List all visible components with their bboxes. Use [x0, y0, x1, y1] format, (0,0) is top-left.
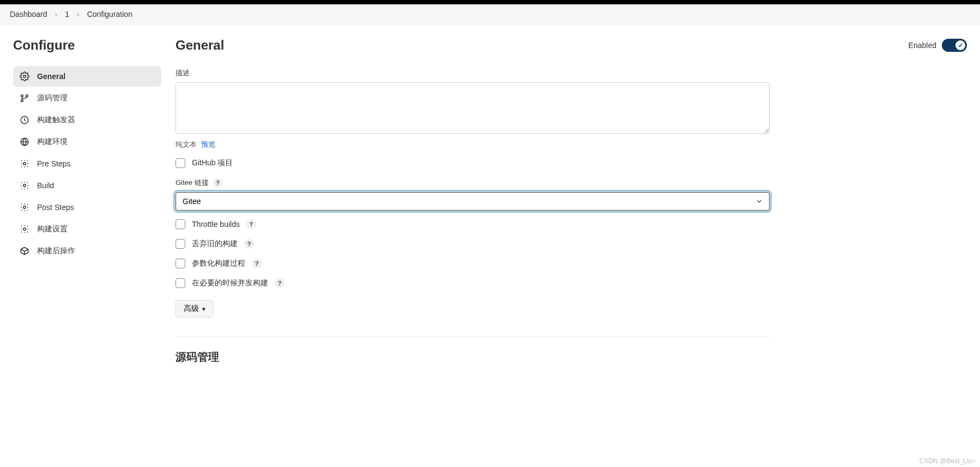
page-title: General: [176, 38, 224, 53]
sidebar-item-pre-steps[interactable]: Pre Steps: [13, 153, 161, 174]
gear-icon: [20, 202, 29, 212]
sidebar-nav: General 源码管理 构建触发器 构建环境: [13, 66, 161, 261]
sidebar-item-label: 构建后操作: [37, 246, 75, 256]
concurrent-label[interactable]: 在必要的时候并发构建: [192, 278, 268, 288]
chevron-right-icon: ›: [55, 10, 58, 19]
section-divider: [176, 336, 770, 337]
throttle-row: Throttle builds ?: [176, 219, 967, 229]
discard-checkbox[interactable]: [176, 239, 185, 249]
description-format-row: 纯文本 预览: [176, 140, 967, 149]
breadcrumb: Dashboard › 1 › Configuration: [0, 4, 980, 25]
sidebar-item-build-settings[interactable]: 构建设置: [13, 219, 161, 240]
sidebar-item-post-build[interactable]: 构建后操作: [13, 241, 161, 261]
svg-point-9: [23, 228, 26, 231]
check-icon: ✓: [955, 40, 965, 50]
gitee-label: Gitee 链接: [176, 178, 209, 188]
svg-point-8: [23, 206, 26, 209]
gitee-group: Gitee 链接 ? Gitee: [176, 178, 967, 211]
github-project-label[interactable]: GitHub 项目: [192, 158, 233, 168]
sidebar-item-triggers[interactable]: 构建触发器: [13, 110, 161, 130]
gear-icon: [20, 181, 29, 190]
clock-icon: [20, 115, 29, 125]
sidebar-item-label: 源码管理: [37, 93, 68, 103]
format-plain-text: 纯文本: [176, 140, 197, 149]
sidebar-item-label: General: [37, 72, 65, 81]
sidebar-item-environment[interactable]: 构建环境: [13, 131, 161, 152]
gitee-label-row: Gitee 链接 ?: [176, 178, 967, 188]
enabled-toggle[interactable]: ✓: [942, 39, 967, 52]
sidebar-item-build[interactable]: Build: [13, 175, 161, 196]
discard-row: 丢弃旧的构建 ?: [176, 239, 967, 249]
svg-point-0: [23, 75, 26, 78]
param-checkbox[interactable]: [176, 259, 185, 268]
window-topbar: [0, 0, 980, 4]
sidebar-title: Configure: [13, 38, 161, 53]
sidebar-item-label: Pre Steps: [37, 159, 70, 168]
param-row: 参数化构建过程 ?: [176, 259, 967, 268]
sidebar-item-label: 构建触发器: [37, 115, 75, 125]
help-icon[interactable]: ?: [252, 259, 262, 268]
github-project-row: GitHub 项目: [176, 158, 967, 168]
param-label[interactable]: 参数化构建过程: [192, 259, 245, 268]
help-icon[interactable]: ?: [244, 239, 254, 249]
help-icon[interactable]: ?: [246, 219, 256, 229]
breadcrumb-item-job[interactable]: 1: [65, 10, 69, 19]
box-icon: [20, 246, 29, 256]
throttle-label[interactable]: Throttle builds: [192, 220, 240, 229]
github-project-checkbox[interactable]: [176, 158, 185, 168]
svg-point-1: [21, 95, 23, 97]
help-icon[interactable]: ?: [275, 278, 285, 288]
breadcrumb-item-dashboard[interactable]: Dashboard: [10, 10, 47, 19]
scm-section-title: 源码管理: [176, 350, 967, 364]
format-preview-link[interactable]: 预览: [201, 140, 215, 149]
advanced-label: 高级: [184, 304, 199, 314]
chevron-down-icon: ▾: [202, 306, 205, 313]
sidebar-item-label: 构建环境: [37, 137, 68, 147]
chevron-right-icon: ›: [77, 10, 80, 19]
description-textarea[interactable]: [176, 82, 770, 134]
sidebar: Configure General 源码管理 构建触发器: [0, 25, 169, 385]
sidebar-item-label: Post Steps: [37, 203, 74, 212]
globe-icon: [20, 137, 29, 147]
svg-point-2: [21, 100, 23, 102]
throttle-checkbox[interactable]: [176, 219, 185, 229]
gitee-select-wrap: Gitee: [176, 192, 770, 211]
gitee-select[interactable]: Gitee: [176, 192, 770, 211]
svg-point-7: [23, 184, 26, 187]
description-group: 描述 纯文本 预览: [176, 68, 967, 149]
sidebar-item-label: 构建设置: [37, 224, 68, 234]
gear-icon: [20, 224, 29, 234]
sidebar-item-scm[interactable]: 源码管理: [13, 88, 161, 109]
enabled-label: Enabled: [909, 41, 936, 50]
description-label: 描述: [176, 68, 967, 78]
gear-icon: [20, 71, 29, 81]
main-header: General Enabled ✓: [176, 38, 967, 53]
sidebar-item-general[interactable]: General: [13, 66, 161, 87]
sidebar-item-post-steps[interactable]: Post Steps: [13, 197, 161, 218]
gear-icon: [20, 159, 29, 169]
breadcrumb-item-configuration[interactable]: Configuration: [87, 10, 132, 19]
enabled-toggle-wrap: Enabled ✓: [909, 39, 967, 52]
discard-label[interactable]: 丢弃旧的构建: [192, 239, 238, 249]
branch-icon: [20, 93, 29, 103]
help-icon[interactable]: ?: [213, 178, 223, 188]
concurrent-row: 在必要的时候并发构建 ?: [176, 278, 967, 288]
main-content: General Enabled ✓ 描述 纯文本 预览 GitHub 项目 Gi…: [169, 25, 980, 385]
concurrent-checkbox[interactable]: [176, 278, 185, 288]
advanced-button[interactable]: 高级 ▾: [176, 300, 214, 318]
svg-point-6: [23, 163, 26, 165]
svg-point-3: [26, 95, 28, 97]
sidebar-item-label: Build: [37, 181, 54, 190]
